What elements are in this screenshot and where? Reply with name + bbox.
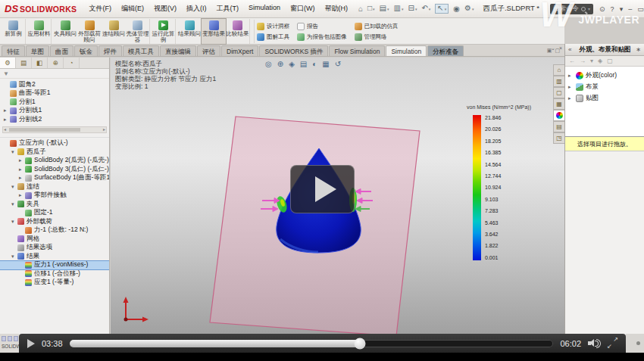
- tree-row[interactable]: 圆角2: [0, 80, 109, 89]
- view-palette-tab-icon[interactable]: ▦: [553, 98, 564, 110]
- new-document-icon[interactable]: □: [367, 5, 375, 13]
- file-explorer-tab-icon[interactable]: ▢: [553, 87, 564, 98]
- ribbon-button[interactable]: 结果顾问: [177, 19, 202, 44]
- ribbon-button[interactable]: 外部载荷顾问: [77, 19, 102, 44]
- configuration-tab-icon[interactable]: ◧: [32, 58, 48, 68]
- help-icon[interactable]: ?: [611, 5, 614, 13]
- tree-row[interactable]: 结果选项: [0, 244, 109, 253]
- zoom-area-icon[interactable]: ⊕: [277, 60, 283, 68]
- undo-icon[interactable]: ↶: [421, 5, 430, 13]
- menu-item[interactable]: 帮助(H): [324, 4, 348, 14]
- tree-row[interactable]: 应力1 (-vonMises-): [0, 261, 109, 270]
- search-input[interactable]: 搜索命令: [553, 5, 579, 14]
- play-overlay-button[interactable]: [290, 165, 355, 213]
- taskpane-tree-row[interactable]: 贴图: [565, 92, 644, 104]
- menu-item[interactable]: 工具(T): [216, 4, 239, 14]
- horizontal-scrollbar[interactable]: ◂ ▸: [2, 126, 107, 133]
- preview-icon[interactable]: ▢: [607, 58, 613, 64]
- expand-arrow-icon[interactable]: [568, 95, 574, 101]
- pin-icon[interactable]: ∗: [636, 46, 641, 53]
- tree-row[interactable]: 外部载荷: [0, 217, 109, 226]
- tree-row[interactable]: 分割线1: [0, 107, 109, 116]
- fullscreen-button[interactable]: ↗ ↙: [608, 338, 617, 348]
- expand-arrow-icon[interactable]: [4, 107, 10, 114]
- ribbon-button[interactable]: 夹具顾问: [53, 19, 77, 44]
- ribbon-button[interactable]: 应用材料: [27, 19, 52, 44]
- tree-row[interactable]: 零部件接触: [0, 191, 109, 201]
- tree-row[interactable]: 位移1 (-合位移-): [0, 269, 109, 279]
- expand-arrow-icon[interactable]: [11, 149, 17, 155]
- open-icon[interactable]: ▤: [380, 5, 389, 13]
- menu-item[interactable]: Simulation: [249, 4, 280, 14]
- expand-arrow-icon[interactable]: [4, 117, 10, 123]
- section-view-icon[interactable]: ▤: [300, 60, 307, 68]
- menu-item[interactable]: 窗口(W): [290, 4, 315, 14]
- search-icon[interactable]: [581, 7, 586, 11]
- scrollbar-thumb[interactable]: [9, 128, 80, 132]
- tree-row[interactable]: 固定-1: [0, 209, 109, 218]
- ribbon-button[interactable]: 为报告包括图像: [297, 32, 347, 42]
- tab[interactable]: Flow Simulation: [329, 45, 385, 56]
- options-icon[interactable]: ⚙: [464, 5, 474, 13]
- filter-funnel-icon[interactable]: ▼: [3, 70, 9, 77]
- progress-handle[interactable]: [354, 338, 365, 349]
- volume-button[interactable]: [588, 338, 601, 348]
- ribbon-button[interactable]: 新算例: [2, 19, 26, 44]
- menu-item[interactable]: 文件(F): [89, 4, 111, 14]
- tree-row[interactable]: 力-1 (:总数: -12 N:): [0, 226, 109, 235]
- hide-show-items-icon[interactable]: ↺: [335, 60, 341, 68]
- expand-arrow-icon[interactable]: [11, 254, 17, 260]
- appearance-target-icon[interactable]: ◈: [598, 58, 602, 64]
- dropdown-icon[interactable]: ▾: [590, 58, 593, 64]
- restore-icon[interactable]: ▭: [637, 5, 644, 13]
- tab[interactable]: DimXpert: [221, 45, 258, 56]
- dropdown-icon[interactable]: ▾: [620, 5, 624, 13]
- ribbon-button[interactable]: 图解工具: [257, 32, 289, 42]
- expand-arrow-icon[interactable]: [19, 175, 25, 181]
- scroll-left-icon[interactable]: ◂: [4, 127, 6, 132]
- tree-row[interactable]: SurfaceBody 1(曲面-等距1) (-曲...: [0, 174, 109, 183]
- tree-row[interactable]: 西瓜子: [0, 148, 109, 157]
- tree-row[interactable]: 曲面-等距1: [0, 89, 109, 98]
- ribbon-button[interactable]: 已卸载的仿真: [355, 21, 399, 31]
- expand-arrow-icon[interactable]: [568, 73, 574, 79]
- expand-arrow-icon[interactable]: [11, 219, 17, 225]
- expand-arrow-icon[interactable]: [11, 184, 17, 190]
- rebuild-icon[interactable]: ◉: [453, 5, 460, 13]
- previous-view-icon[interactable]: ◈: [289, 60, 295, 68]
- tree-row[interactable]: 立应方向 (-默认-): [0, 139, 109, 148]
- tab[interactable]: 曲面: [50, 45, 73, 56]
- ribbon-button[interactable]: 设计洞察: [257, 21, 289, 31]
- ribbon-button[interactable]: 管理网络: [355, 32, 399, 42]
- back-icon[interactable]: ←: [569, 58, 575, 64]
- tab[interactable]: 特征: [2, 45, 25, 56]
- tree-row[interactable]: SolidBody 2(瓜壳) (-瓜壳-): [0, 157, 109, 166]
- tree-row[interactable]: 分割1: [0, 98, 109, 107]
- save-icon[interactable]: ▥: [394, 5, 404, 13]
- menu-item[interactable]: 编辑(E): [121, 4, 144, 14]
- tree-row[interactable]: SolidBody 3(瓜仁) (-瓜仁-): [0, 165, 109, 174]
- propertymanager-tab-icon[interactable]: ▤: [16, 58, 32, 68]
- expand-arrow-icon[interactable]: [19, 192, 25, 198]
- seek-bar[interactable]: [70, 340, 554, 347]
- ribbon-button[interactable]: 连结顾问: [102, 19, 126, 44]
- taskpane-tree-row[interactable]: 外观(color): [565, 70, 644, 81]
- ribbon-button[interactable]: 壳体管理器: [126, 19, 150, 44]
- menu-item[interactable]: 插入(I): [186, 4, 207, 14]
- ribbon-button[interactable]: 变形结果: [202, 19, 226, 44]
- tree-filter-row[interactable]: ▼: [0, 69, 109, 79]
- forward-icon[interactable]: →: [580, 58, 586, 64]
- select-icon[interactable]: ↖: [435, 4, 449, 14]
- sw-resources-tab-icon[interactable]: ⌂: [553, 64, 564, 76]
- taskpane-tree-row[interactable]: 布景: [565, 81, 644, 92]
- tree-row[interactable]: 结果: [0, 252, 109, 261]
- user-icon[interactable]: ⊙: [599, 5, 605, 13]
- tab[interactable]: SOLIDWORKS 插件: [259, 45, 328, 56]
- custom-properties-tab-icon[interactable]: ▤: [553, 121, 564, 132]
- tab[interactable]: 焊件: [98, 45, 122, 56]
- tree-row[interactable]: 连结: [0, 182, 109, 191]
- view-orientation-icon[interactable]: ◐: [312, 60, 317, 68]
- appearances-tab-icon[interactable]: ●: [553, 110, 564, 121]
- ribbon-button[interactable]: 比较结果: [226, 19, 250, 44]
- collapse-chevron-icon[interactable]: «: [568, 46, 571, 53]
